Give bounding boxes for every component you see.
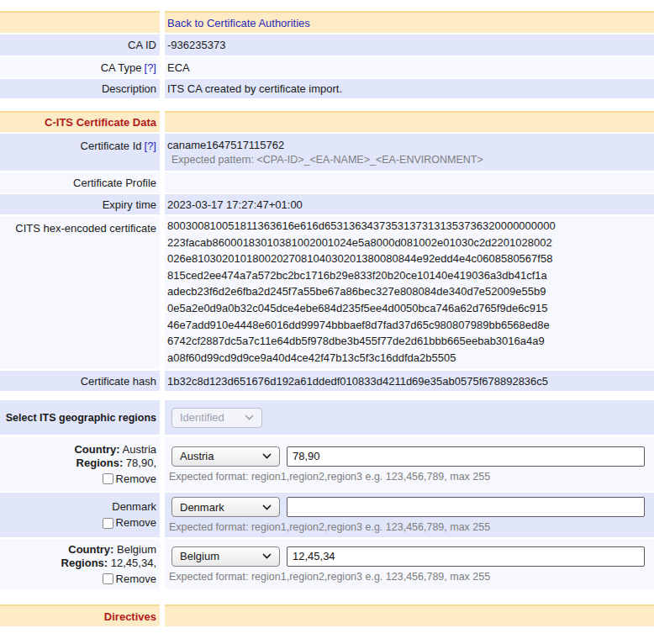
hex-certificate-text: 800300810051811363616e616d65313634373531… [167,216,556,369]
country-label: Country: [68,543,113,556]
regions-line: Regions: 78,90, [74,457,156,471]
chevron-down-icon [245,414,254,420]
hex-certificate-label-text: CITS hex-encoded certificate [15,222,156,235]
ca-id-label: CA ID [0,34,160,55]
certificate-profile-row: Certificate Profile [0,172,654,193]
certificate-profile-label-text: Certificate Profile [73,177,156,189]
certificate-id-pattern-hint: Expected pattern: <CPA-ID>_<EA-NAME>_<EA… [171,154,483,166]
certificate-profile-label: Certificate Profile [0,172,160,193]
geo-mode-select-value: Identified [180,411,224,424]
certificate-id-value-cell: caname1647517115762 Expected pattern: <C… [165,134,654,171]
ca-type-label-text: CA Type [101,61,142,74]
country-line: Country: Belgium [61,543,156,557]
geo-mode-select[interactable]: Identified [171,408,262,428]
certificate-hash-label-text: Certificate hash [81,375,156,388]
ca-id-row: CA ID -936235373 [0,34,654,55]
ca-id-value: -936235373 [165,34,654,55]
remove-checkbox[interactable] [103,573,113,584]
geo-regions-mode-cell: Identified [165,400,654,435]
regions-format-hint: Expected format: region1,region2,region3… [169,571,490,583]
certificate-hash-value-text: 1b32c8d123d651676d192a61ddedf010833d4211… [167,375,548,388]
expiry-time-label-text: Expiry time [103,198,156,211]
directives-section-header-row: Directives [0,604,654,626]
ca-id-value-text: -936235373 [167,39,225,51]
country-select-value: Belgium [180,550,219,562]
regions-input[interactable] [287,446,645,467]
ca-id-label-text: CA ID [128,39,156,51]
hex-certificate-row: CITS hex-encoded certificate 80030081005… [0,216,654,369]
remove-label: Remove [116,472,156,487]
certificate-id-value: caname1647517115762 [167,139,284,151]
certificate-id-label-text: Certificate Id [81,140,142,152]
geo-entry-row-austria: Country: Austria Regions: 78,90, Remove … [0,437,654,491]
expiry-time-row: Expiry time 2023-03-17 17:27:47+01:00 [0,194,654,214]
back-link-row: Back to Certificate Authorities [0,11,654,33]
regions-input[interactable] [287,497,645,517]
top-spacer [0,0,654,11]
geo-entry-denmark-value-cell: Denmark Expected format: region1,region2… [165,493,654,537]
ca-type-label: CA Type[?] [0,57,160,77]
chevron-down-icon [262,553,272,559]
ca-type-row: CA Type[?] ECA [0,57,654,77]
back-link-cell: Back to Certificate Authorities [165,11,654,33]
back-link-label-cell [0,11,160,33]
remove-label: Remove [116,516,156,531]
regions-value: 12,45,34, [108,557,156,569]
regions-label: Regions: [76,457,124,469]
geo-entry-row-denmark: Denmark Remove Denmark Expected format: … [0,493,654,537]
country-name: Belgium [113,543,156,556]
country-select[interactable]: Denmark [171,497,280,517]
geo-entry-belgium-controls: Belgium [167,546,654,567]
cits-section-header-spacer [165,111,654,132]
description-value: ITS CA created by certificate import. [165,79,654,98]
country-select[interactable]: Belgium [171,546,280,567]
remove-checkbox[interactable] [103,473,113,484]
geo-regions-label-cell: Select ITS geographic regions [0,400,160,435]
regions-format-hint: Expected format: region1,region2,region3… [169,521,490,533]
section-gap [0,591,654,604]
country-select[interactable]: Austria [171,446,280,467]
geo-entry-denmark-label-cell: Denmark Remove [0,493,160,537]
geo-entry-belgium-label-cell: Country: Belgium Regions: 12,45,34, Remo… [0,539,160,589]
certificate-profile-value [165,172,654,193]
country-select-value: Denmark [180,501,224,514]
cits-section-header-row: C-ITS Certificate Data [0,111,654,132]
geo-regions-mode-row: Select ITS geographic regions Identified [0,400,654,435]
section-gap [0,393,654,400]
ca-detail-form: Back to Certificate Authorities CA ID -9… [0,0,654,626]
ca-type-help-link[interactable]: [?] [145,61,156,74]
chevron-down-icon [262,504,272,510]
directives-section-header-spacer [165,604,654,626]
geo-entry-belgium-label: Country: Belgium Regions: 12,45,34, Remo… [61,543,156,587]
remove-checkbox[interactable] [103,518,113,529]
section-gap [0,100,654,111]
cits-section-title: C-ITS Certificate Data [45,116,156,129]
description-label-text: Description [102,82,156,95]
geo-entry-belgium-value-cell: Belgium Expected format: region1,region2… [165,539,654,589]
regions-input[interactable] [287,546,645,567]
back-to-certificate-authorities-link[interactable]: Back to Certificate Authorities [167,17,310,29]
hex-certificate-label: CITS hex-encoded certificate [0,216,160,369]
regions-label: Regions: [61,557,108,569]
country-name: Denmark [112,500,156,513]
directives-section-title-cell: Directives [0,604,160,626]
certificate-id-row: Certificate Id[?] caname1647517115762 Ex… [0,134,654,171]
country-name: Austria [120,443,156,456]
cits-section-title-cell: C-ITS Certificate Data [0,111,160,132]
certificate-hash-row: Certificate hash 1b32c8d123d651676d192a6… [0,371,654,391]
certificate-hash-label: Certificate hash [0,371,160,391]
description-label: Description [0,79,160,98]
regions-value: 78,90, [123,457,156,469]
regions-line: Regions: 12,45,34, [61,557,156,571]
ca-type-value: ECA [165,57,654,77]
certificate-id-help-link[interactable]: [?] [145,140,156,152]
remove-line: Remove [61,573,156,587]
description-row: Description ITS CA created by certificat… [0,79,654,98]
ca-type-value-text: ECA [167,61,190,74]
country-line: Denmark [103,500,156,515]
description-value-text: ITS CA created by certificate import. [167,82,342,95]
hex-certificate-value-cell: 800300810051811363616e616d65313634373531… [165,216,654,369]
geo-entry-denmark-label: Denmark Remove [103,500,156,531]
geo-entry-austria-label-cell: Country: Austria Regions: 78,90, Remove [0,437,160,491]
country-label: Country: [74,443,119,456]
